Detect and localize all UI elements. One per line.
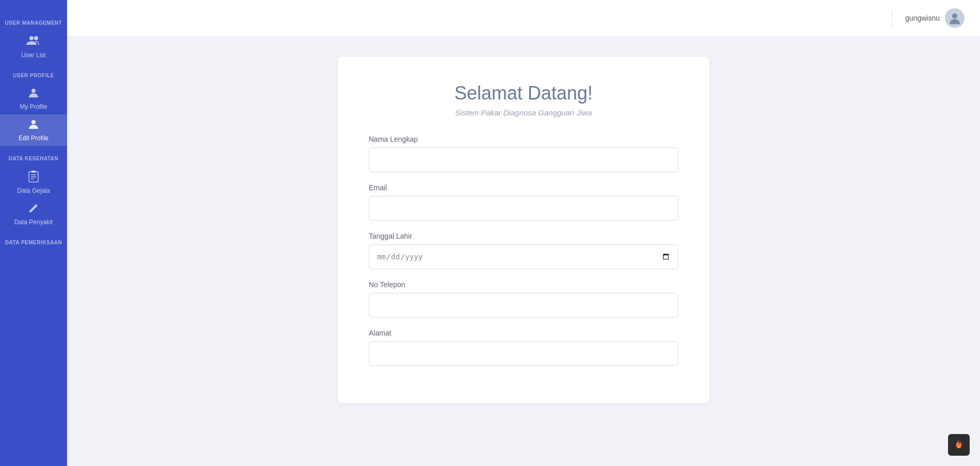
sidebar-item-user-list[interactable]: User List xyxy=(0,30,67,63)
svg-point-0 xyxy=(29,36,34,40)
header-divider xyxy=(892,10,892,26)
svg-point-1 xyxy=(34,36,38,40)
header: gungwisnu xyxy=(67,0,980,36)
label-no-telepon: No Telepon xyxy=(369,280,678,289)
sidebar-item-data-gejala[interactable]: Data Gejala xyxy=(0,166,67,198)
label-tanggal-lahir: Tanggal Lahir xyxy=(369,232,678,240)
svg-point-2 xyxy=(31,89,36,93)
sidebar-item-edit-profile-label: Edit Profile xyxy=(19,135,48,142)
sidebar: USER MANAGEMENT User List USER PROFILE M… xyxy=(0,0,67,466)
content: Selamat Datang! Sistem Pakar Diagnosa Ga… xyxy=(67,36,980,466)
input-alamat[interactable] xyxy=(369,341,678,366)
input-email[interactable] xyxy=(369,196,678,221)
form-title: Selamat Datang! xyxy=(369,82,678,104)
field-nama-lengkap: Nama Lengkap xyxy=(369,135,678,172)
field-tanggal-lahir: Tanggal Lahir xyxy=(369,232,678,269)
header-username: gungwisnu xyxy=(905,14,940,22)
field-email: Email xyxy=(369,184,678,221)
header-user: gungwisnu xyxy=(892,8,965,28)
sidebar-item-data-penyakit-label: Data Penyakit xyxy=(14,219,53,226)
svg-point-3 xyxy=(31,120,36,124)
users-icon xyxy=(26,35,41,49)
form-card: Selamat Datang! Sistem Pakar Diagnosa Ga… xyxy=(338,57,709,403)
avatar xyxy=(945,8,965,28)
clipboard-icon xyxy=(28,170,39,185)
svg-rect-5 xyxy=(31,171,36,173)
input-nama-lengkap[interactable] xyxy=(369,147,678,172)
input-no-telepon[interactable] xyxy=(369,293,678,318)
label-alamat: Alamat xyxy=(369,329,678,337)
form-subtitle: Sistem Pakar Diagnosa Gangguan Jiwa xyxy=(369,108,678,117)
edit-profile-icon xyxy=(28,119,39,132)
pencil-icon xyxy=(28,203,39,217)
label-email: Email xyxy=(369,184,678,192)
field-alamat: Alamat xyxy=(369,329,678,366)
svg-point-9 xyxy=(952,13,957,19)
sidebar-section-data-pemeriksaan: DATA PEMERIKSAAN xyxy=(5,239,62,246)
sidebar-item-data-penyakit[interactable]: Data Penyakit xyxy=(0,198,67,230)
fire-button[interactable] xyxy=(948,434,970,456)
main-container: gungwisnu Selamat Datang! Sistem Pakar D… xyxy=(67,0,980,466)
input-tanggal-lahir[interactable] xyxy=(369,244,678,269)
sidebar-item-user-list-label: User List xyxy=(21,52,45,59)
sidebar-item-edit-profile[interactable]: Edit Profile xyxy=(0,114,67,146)
sidebar-item-my-profile[interactable]: My Profile xyxy=(0,83,67,114)
my-profile-icon xyxy=(28,87,39,101)
sidebar-section-data-kesehatan: DATA KESEHATAN xyxy=(9,155,58,162)
sidebar-section-user-management: USER MANAGEMENT xyxy=(5,20,62,26)
sidebar-item-my-profile-label: My Profile xyxy=(20,103,47,110)
label-nama-lengkap: Nama Lengkap xyxy=(369,135,678,143)
sidebar-item-data-gejala-label: Data Gejala xyxy=(17,187,50,194)
sidebar-section-user-profile: USER PROFILE xyxy=(13,72,54,79)
field-no-telepon: No Telepon xyxy=(369,280,678,318)
